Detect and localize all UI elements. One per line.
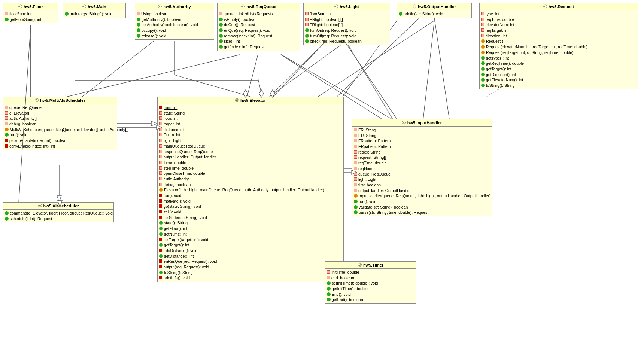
field-item: ERpattern: Pattern — [354, 144, 490, 149]
field-icon — [159, 106, 162, 109]
field-item: Request(elevatorNum: int, reqTarget: int… — [481, 44, 636, 50]
method-icon — [137, 18, 140, 21]
field-item: still(): void — [159, 209, 342, 215]
svg-line-11 — [423, 21, 434, 120]
field-icon — [305, 18, 309, 21]
class-outputhandler: ⓒ hw5.OutputHandler println(str: String)… — [397, 3, 472, 18]
field-item: getReqTime(): double — [481, 61, 636, 66]
class-authority: ⓒ hw5.Authority Using: boolean getAuthor… — [135, 3, 214, 40]
field-item: FRlight: boolean[][] — [305, 22, 388, 28]
svg-marker-31 — [270, 90, 275, 97]
class-alsscheduler-header: ⓒ hw5.AlsScheduler — [3, 203, 113, 210]
field-item: end: boolean — [327, 275, 414, 281]
field-item: distance: int — [159, 127, 342, 133]
field-item: ERlight: boolean[][] — [305, 17, 388, 22]
class-light-fields: floorSum: int ERlight: boolean[][] FRlig… — [304, 10, 390, 45]
field-item: enResQue(req: Request): void — [159, 259, 342, 264]
field-item: floorSum: int — [5, 11, 57, 17]
class-multialsscheduler: ⓒ hw5.MultiAlsScheduler queue: ReqQueue … — [3, 97, 117, 150]
field-item: output(req: Request): void — [159, 264, 342, 270]
field-icon — [5, 111, 8, 115]
class-main: ⓒ hw5.Main main(args: String[]): void — [63, 3, 126, 18]
field-icon — [159, 249, 162, 252]
field-icon — [354, 172, 357, 176]
field-item: command(e: Elevator, floor: Floor, queue… — [5, 210, 112, 216]
method-icon — [327, 281, 331, 285]
field-item: validate(str: String): boolean — [354, 204, 490, 210]
field-item: setAuthority(bool: boolean): void — [137, 22, 212, 28]
method-icon — [327, 287, 331, 291]
field-item: type: int — [481, 11, 636, 17]
class-timer-fields: InitTime: double end: boolean setInitTim… — [325, 269, 416, 303]
field-icon — [354, 134, 357, 137]
field-item: toString(): String — [159, 270, 342, 276]
field-item: check(req: Request): boolean — [305, 39, 388, 44]
field-icon — [159, 139, 162, 142]
field-item: release(): void — [137, 33, 212, 39]
field-item: turnOn(req: Request): void — [305, 28, 388, 33]
field-item: num: int — [159, 105, 342, 110]
field-icon — [219, 12, 222, 15]
class-authority-header: ⓒ hw5.Authority — [135, 3, 214, 10]
method-icon — [159, 232, 163, 236]
field-icon — [354, 139, 357, 142]
field-icon — [354, 150, 357, 154]
method-icon — [219, 39, 223, 43]
field-icon — [305, 12, 309, 15]
field-item: Elevator(light: Light, mainQueue: ReqQue… — [159, 187, 342, 193]
svg-line-27 — [258, 79, 262, 97]
field-icon — [5, 139, 8, 142]
field-item: request: String[] — [354, 155, 490, 160]
field-item: ER: String — [354, 133, 490, 139]
class-alsscheduler: ⓒ hw5.AlsScheduler command(e: Elevator, … — [3, 202, 114, 222]
field-icon — [159, 144, 162, 148]
class-outputhandler-header: ⓒ hw5.OutputHandler — [397, 3, 471, 10]
field-item: schedule(i: int): Request — [5, 216, 112, 222]
method-icon — [354, 200, 358, 203]
field-icon — [159, 150, 162, 153]
svg-line-32 — [344, 41, 397, 119]
method-icon — [219, 23, 223, 27]
method-icon — [481, 78, 485, 82]
method-icon — [305, 34, 309, 38]
field-item: carryEnable(index: int): int — [5, 143, 115, 149]
method-icon — [219, 45, 223, 49]
svg-line-24 — [174, 75, 250, 97]
method-icon — [481, 61, 485, 65]
field-item: println(str: String): void — [399, 11, 470, 17]
field-icon — [481, 18, 484, 21]
method-icon — [137, 34, 140, 38]
field-item: auth: Authority — [159, 176, 342, 182]
class-floor-fields: floorSum: int getFloorSum(): int — [3, 10, 58, 23]
class-alsscheduler-fields: command(e: Elevator, floor: Floor, queue… — [3, 210, 113, 222]
field-icon — [159, 204, 162, 208]
class-floor-header: ⓒ hw5.Floor — [3, 3, 58, 10]
field-item: mainQueue: ReqQueue — [159, 143, 342, 149]
field-item: floorSum: int — [305, 11, 388, 17]
field-item: getElevatorNum(): int — [481, 77, 636, 83]
field-item: MultiAlsScheduler(queue: ReqQueue, e: El… — [5, 127, 115, 133]
field-item: deQue(): Request — [219, 22, 298, 28]
field-item: run(): void — [5, 132, 115, 138]
svg-marker-15 — [57, 195, 61, 202]
class-multialsscheduler-header: ⓒ hw5.MultiAlsScheduler — [3, 97, 117, 104]
field-item: FR: String — [354, 127, 490, 133]
class-multialsscheduler-fields: queue: ReqQueue e: Elevator[] auth: Auth… — [3, 104, 117, 150]
method-icon — [65, 12, 69, 16]
field-item: queue: LinkedList<Request> — [219, 11, 298, 17]
class-reqqueue: ⓒ hw5.ReqQueue queue: LinkedList<Request… — [217, 3, 300, 51]
svg-marker-17 — [151, 121, 157, 126]
method-icon — [305, 28, 309, 32]
field-item: getNum(): int — [159, 231, 342, 237]
method-icon — [399, 12, 402, 16]
method-icon — [481, 73, 485, 76]
field-item: light: Light — [354, 177, 490, 182]
field-item: stepTime: double — [159, 166, 342, 171]
field-item: getAuthority(): boolean — [137, 17, 212, 22]
field-item: openCloseTime: double — [159, 171, 342, 176]
field-icon — [481, 23, 484, 26]
field-icon — [5, 122, 8, 125]
class-request: ⓒ hw5.Request type: int reqTime: double … — [479, 3, 638, 89]
field-icon — [159, 116, 162, 120]
method-icon — [5, 18, 9, 21]
